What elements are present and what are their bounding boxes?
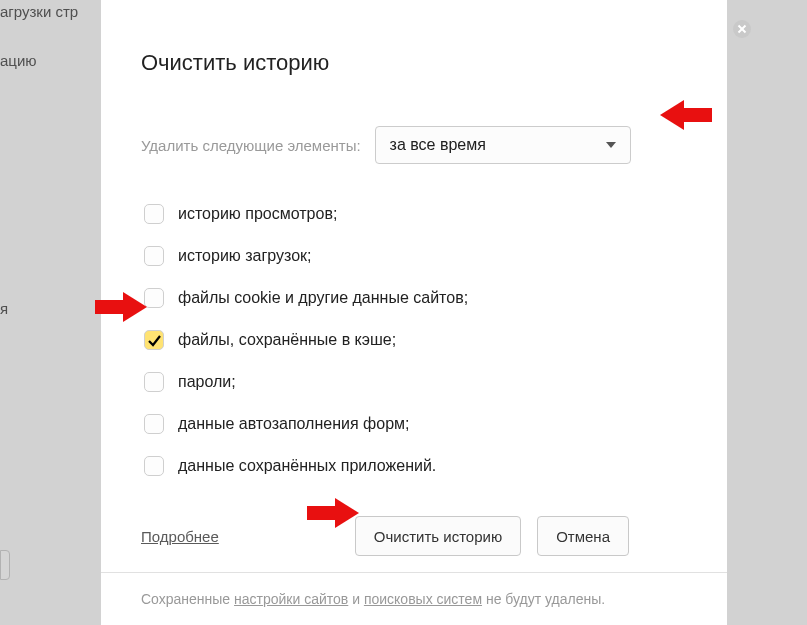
option-autofill[interactable]: данные автозаполнения форм; (144, 414, 687, 434)
checkbox[interactable] (144, 204, 164, 224)
option-download-history[interactable]: историю загрузок; (144, 246, 687, 266)
checkbox[interactable] (144, 288, 164, 308)
checkbox[interactable] (144, 330, 164, 350)
option-label: историю просмотров; (178, 205, 337, 223)
close-icon (733, 20, 751, 38)
time-range-value: за все время (390, 136, 486, 154)
dialog-title: Очистить историю (141, 50, 687, 76)
option-app-data[interactable]: данные сохранённых приложений. (144, 456, 687, 476)
option-cookies[interactable]: файлы cookie и другие данные сайтов; (144, 288, 687, 308)
option-browsing-history[interactable]: историю просмотров; (144, 204, 687, 224)
close-button[interactable] (733, 20, 751, 38)
option-label: пароли; (178, 373, 236, 391)
checkbox[interactable] (144, 414, 164, 434)
clear-history-button[interactable]: Очистить историю (355, 516, 521, 556)
more-link[interactable]: Подробнее (141, 528, 219, 545)
dialog-footer-note: Сохраненные настройки сайтов и поисковых… (101, 572, 727, 625)
option-passwords[interactable]: пароли; (144, 372, 687, 392)
checkbox[interactable] (144, 372, 164, 392)
option-label: файлы, сохранённые в кэше; (178, 331, 396, 349)
delete-range-label: Удалить следующие элементы: (141, 137, 361, 154)
cancel-button[interactable]: Отмена (537, 516, 629, 556)
time-range-select[interactable]: за все время (375, 126, 631, 164)
checkbox[interactable] (144, 456, 164, 476)
checkbox[interactable] (144, 246, 164, 266)
option-cache[interactable]: файлы, сохранённые в кэше; (144, 330, 687, 350)
option-label: данные автозаполнения форм; (178, 415, 409, 433)
search-engines-link[interactable]: поисковых систем (364, 591, 482, 607)
chevron-down-icon (606, 142, 616, 148)
option-label: данные сохранённых приложений. (178, 457, 436, 475)
option-label: историю загрузок; (178, 247, 312, 265)
clear-history-dialog: Очистить историю Удалить следующие элеме… (101, 0, 727, 625)
site-settings-link[interactable]: настройки сайтов (234, 591, 348, 607)
option-label: файлы cookie и другие данные сайтов; (178, 289, 468, 307)
